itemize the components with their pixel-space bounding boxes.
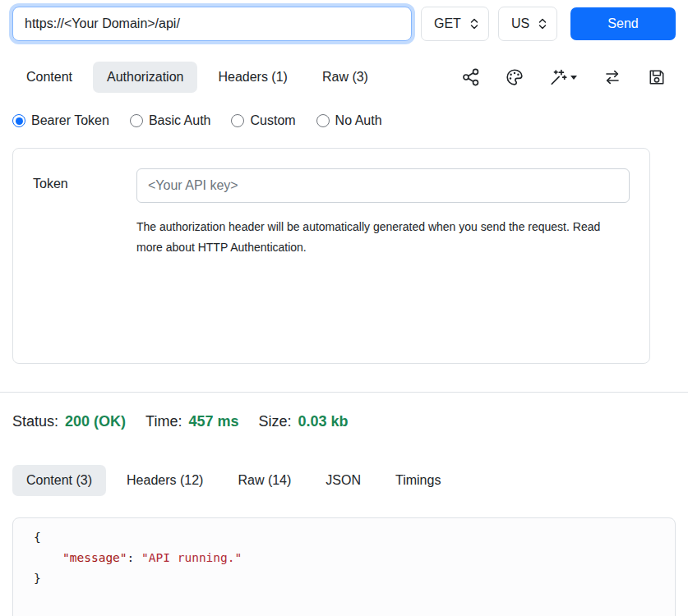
json-line: } (34, 568, 658, 589)
method-select-value: GET (434, 16, 461, 31)
region-select-value: US (511, 16, 529, 31)
radio-basic-auth[interactable] (130, 114, 143, 127)
tab-authorization[interactable]: Authorization (93, 62, 197, 93)
status-value: 200 (OK) (65, 413, 126, 430)
compare-button[interactable] (603, 69, 622, 85)
region-select[interactable]: US (498, 7, 557, 41)
save-icon (648, 68, 666, 86)
token-main: The authorization header will be automat… (136, 168, 630, 258)
updown-chevron-icon (469, 17, 479, 30)
time-value: 457 ms (188, 413, 238, 430)
url-input[interactable] (12, 7, 412, 41)
radio-custom[interactable] (231, 114, 244, 127)
palette-icon (506, 68, 524, 86)
theme-button[interactable] (506, 68, 524, 86)
tab-content[interactable]: Content (12, 62, 86, 93)
share-nodes-icon (462, 68, 480, 86)
size-label: Size: (258, 413, 291, 430)
time-label: Time: (145, 413, 182, 430)
token-row: Token The authorization header will be a… (33, 168, 630, 258)
api-client-page: GET US Send Content Authorization Header… (0, 0, 688, 616)
token-input[interactable] (136, 168, 630, 203)
tab-headers[interactable]: Headers (1) (204, 62, 301, 93)
request-tabs-row: Content Authorization Headers (1) Raw (3… (12, 62, 676, 93)
token-label: Token (33, 168, 136, 258)
json-separator: : (127, 551, 141, 564)
method-select[interactable]: GET (421, 7, 489, 41)
status-label: Status: (12, 413, 58, 430)
response-tab-raw[interactable]: Raw (14) (224, 465, 305, 496)
request-toolbar (462, 68, 676, 86)
radio-no-auth[interactable] (316, 114, 330, 127)
json-line: "message": "API running." (34, 548, 658, 568)
response-tabs: Content (3) Headers (12) Raw (14) JSON T… (12, 465, 676, 496)
tab-raw[interactable]: Raw (3) (308, 62, 382, 93)
request-bar: GET US Send (12, 7, 676, 41)
json-close-brace: } (34, 572, 41, 585)
json-key: "message" (62, 551, 127, 564)
auth-option-label: Custom (250, 113, 295, 128)
token-help-text: The authorization header will be automat… (136, 217, 620, 258)
response-status-bar: Status: 200 (OK) Time: 457 ms Size: 0.03… (12, 413, 676, 430)
auth-option-no-auth[interactable]: No Auth (316, 113, 382, 128)
updown-chevron-icon (538, 17, 547, 30)
auth-option-label: Basic Auth (149, 113, 211, 128)
auth-option-label: No Auth (335, 113, 382, 128)
section-divider (0, 392, 688, 393)
json-open-brace: { (34, 531, 41, 544)
response-body: { "message": "API running." } (12, 517, 676, 616)
response-tab-json[interactable]: JSON (312, 465, 375, 496)
generate-code-button[interactable] (549, 68, 577, 86)
request-tabs: Content Authorization Headers (1) Raw (3… (12, 62, 382, 93)
response-tab-content[interactable]: Content (3) (12, 465, 106, 496)
size-value: 0.03 kb (298, 413, 349, 430)
auth-option-basic-auth[interactable]: Basic Auth (130, 113, 211, 128)
chevron-down-icon (570, 76, 577, 80)
response-tab-headers[interactable]: Headers (12) (113, 465, 217, 496)
swap-arrows-icon (603, 69, 622, 85)
auth-option-custom[interactable]: Custom (231, 113, 295, 128)
auth-option-bearer-token[interactable]: Bearer Token (12, 113, 109, 128)
auth-option-label: Bearer Token (31, 113, 109, 128)
auth-type-options: Bearer Token Basic Auth Custom No Auth (12, 113, 676, 128)
magic-wand-icon (549, 68, 567, 86)
response-tab-timings[interactable]: Timings (381, 465, 455, 496)
radio-bearer-token[interactable] (12, 114, 25, 127)
share-button[interactable] (462, 68, 480, 86)
save-request-button[interactable] (648, 68, 666, 86)
authorization-panel: Token The authorization header will be a… (12, 148, 650, 364)
json-string-value: "API running." (141, 551, 242, 564)
json-line: { (34, 527, 658, 548)
send-button[interactable]: Send (570, 7, 676, 40)
